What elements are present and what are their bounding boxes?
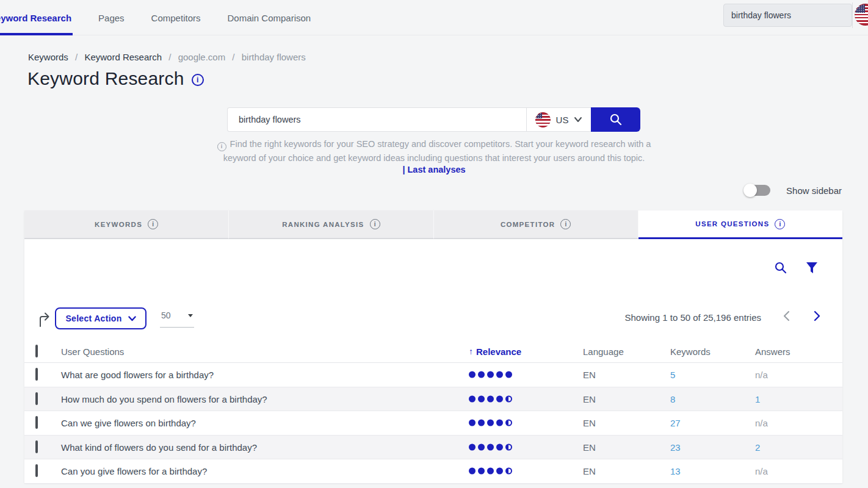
language-cell: EN: [583, 466, 596, 476]
nav-item-competitors[interactable]: Competitors: [150, 0, 202, 35]
search-button[interactable]: [591, 107, 640, 132]
us-flag-icon: [535, 112, 551, 127]
language-cell: EN: [583, 442, 596, 452]
info-icon[interactable]: i: [775, 219, 785, 229]
answers-cell[interactable]: n/a: [755, 370, 768, 380]
question-cell[interactable]: Can we give flowers on birthday?: [61, 418, 196, 428]
country-selector[interactable]: US: [526, 107, 591, 132]
relevance-dot: [469, 443, 476, 450]
relevance-dot: [478, 395, 485, 402]
last-analyses-link[interactable]: | Last analyses: [0, 165, 868, 174]
tab-competitor[interactable]: COMPETITOR i: [434, 210, 638, 239]
breadcrumb-domain[interactable]: google.com: [178, 52, 226, 62]
keywords-link[interactable]: 8: [670, 393, 675, 404]
row-checkbox[interactable]: [35, 416, 38, 429]
title-info-icon[interactable]: i: [192, 74, 204, 86]
relevance-dots: [469, 443, 512, 450]
export-icon[interactable]: [38, 311, 51, 327]
question-cell[interactable]: What are good flowers for a birthday?: [61, 370, 214, 380]
table-row: What kind of flowers do you send for a b…: [24, 436, 842, 460]
relevance-dot: [487, 395, 494, 402]
row-checkbox[interactable]: [35, 464, 38, 477]
keywords-link[interactable]: 27: [670, 418, 681, 428]
tab-ranking-analysis[interactable]: RANKING ANALYSIS i: [229, 210, 433, 239]
question-cell[interactable]: What kind of flowers do you send for a b…: [61, 442, 257, 452]
table-search-icon[interactable]: [774, 261, 787, 274]
tab-label: USER QUESTIONS: [695, 220, 769, 228]
breadcrumb-keyword-research[interactable]: Keyword Research: [84, 52, 162, 62]
breadcrumb-separator: /: [232, 52, 234, 62]
select-action-button[interactable]: Select Action: [55, 307, 146, 329]
info-icon: i: [217, 142, 226, 151]
table-row: What are good flowers for a birthday? EN…: [24, 363, 842, 387]
relevance-dot: [496, 395, 503, 402]
header-user-questions[interactable]: User Questions: [61, 346, 124, 356]
us-flag-icon[interactable]: [855, 4, 868, 26]
info-icon[interactable]: i: [370, 219, 380, 229]
breadcrumb-keyword[interactable]: birthday flowers: [242, 52, 306, 62]
search-icon: [609, 113, 623, 126]
active-nav-underline: [0, 33, 73, 35]
keyword-search-input[interactable]: [227, 107, 526, 132]
page-size-select[interactable]: 50: [160, 309, 194, 328]
tab-user-questions[interactable]: USER QUESTIONS i: [638, 210, 842, 239]
question-cell[interactable]: How much do you spend on flowers for a b…: [61, 393, 267, 404]
nav-item-keyword-research[interactable]: Keyword Research: [0, 0, 73, 35]
results-card: KEYWORDS i RANKING ANALYSIS i COMPETITOR…: [24, 210, 842, 483]
select-action-label: Select Action: [65, 314, 121, 323]
keywords-link[interactable]: 5: [670, 370, 675, 380]
info-icon[interactable]: i: [148, 219, 158, 229]
page-title: Keyword Research: [27, 68, 184, 89]
row-checkbox[interactable]: [35, 368, 38, 381]
answers-cell[interactable]: 1: [755, 393, 760, 404]
row-checkbox[interactable]: [35, 392, 38, 405]
relevance-dots: [469, 468, 512, 475]
sort-asc-icon: ↑: [469, 346, 473, 356]
row-checkbox[interactable]: [35, 440, 38, 453]
header-keywords[interactable]: Keywords: [670, 346, 711, 356]
tab-label: KEYWORDS: [95, 221, 142, 228]
topnav-search-input[interactable]: [723, 4, 852, 27]
header-relevance[interactable]: ↑ Relevance: [469, 346, 521, 356]
relevance-dot: [469, 395, 476, 402]
header-language[interactable]: Language: [583, 346, 624, 356]
nav-item-pages[interactable]: Pages: [97, 0, 126, 35]
question-cell[interactable]: Can you give flowers for a birthday?: [61, 466, 207, 476]
sidebar-toggle-row: Show sidebar: [745, 185, 842, 196]
table-row: How much do you spend on flowers for a b…: [24, 387, 842, 412]
breadcrumb-keywords[interactable]: Keywords: [28, 52, 68, 62]
info-icon[interactable]: i: [560, 219, 571, 229]
keywords-link[interactable]: 13: [670, 466, 681, 476]
description-line1: Find the right keywords for your SEO str…: [230, 139, 651, 149]
relevance-dot: [478, 371, 485, 378]
table-tools: [24, 261, 842, 276]
breadcrumb-separator: /: [168, 52, 171, 62]
relevance-dot: [478, 468, 485, 475]
flag-canton: [536, 113, 543, 119]
answers-cell[interactable]: 2: [755, 442, 760, 452]
table-header: User Questions ↑ Relevance Language Keyw…: [24, 340, 842, 363]
previous-page-icon[interactable]: [783, 310, 790, 321]
header-answers[interactable]: Answers: [755, 346, 790, 356]
topnav-divider: [852, 2, 853, 28]
answers-cell[interactable]: n/a: [755, 466, 768, 476]
keywords-link[interactable]: 23: [670, 442, 681, 452]
answers-cell[interactable]: n/a: [755, 418, 768, 428]
country-code: US: [556, 115, 569, 125]
select-all-checkbox[interactable]: [35, 345, 38, 357]
action-row: Select Action 50 Showing 1 to 50 of 25,1…: [24, 307, 842, 332]
nav-item-domain-comparison[interactable]: Domain Comparison: [226, 0, 312, 35]
relevance-dot: [496, 420, 503, 426]
relevance-dot: [487, 420, 494, 426]
nav-item-label: Domain Comparison: [227, 13, 311, 23]
relevance-dots: [469, 420, 512, 426]
relevance-dot: [505, 371, 512, 378]
show-sidebar-toggle[interactable]: [745, 185, 770, 196]
filter-icon[interactable]: [806, 261, 818, 274]
relevance-dot: [478, 443, 485, 450]
relevance-dot: [505, 395, 512, 402]
relevance-dot: [496, 468, 503, 475]
next-page-icon[interactable]: [814, 310, 821, 321]
tab-keywords[interactable]: KEYWORDS i: [24, 210, 229, 239]
relevance-dot: [496, 371, 503, 378]
